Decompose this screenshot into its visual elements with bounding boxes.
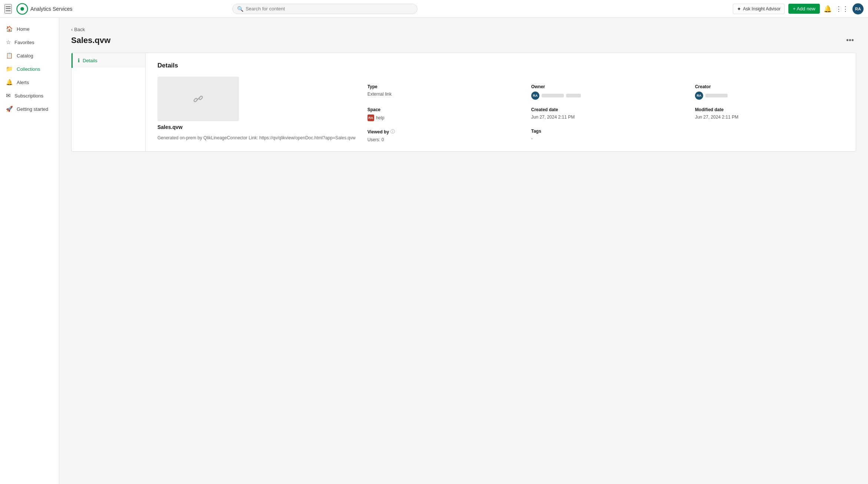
- creator-avatar: RA: [695, 92, 703, 100]
- meta-type: Type External link: [368, 84, 516, 100]
- owner-row: RA: [531, 92, 680, 100]
- modified-date-value: Jun 27, 2024 2:11 PM: [695, 115, 844, 120]
- logo-link[interactable]: Analytics Services: [16, 3, 73, 15]
- svg-rect-3: [199, 96, 203, 100]
- hamburger-menu-icon[interactable]: ☰: [4, 4, 12, 14]
- sidebar-item-getting-started[interactable]: 🚀 Getting started: [0, 102, 59, 116]
- users-value: Users: 0: [368, 137, 516, 142]
- created-date-value: Jun 27, 2024 2:11 PM: [531, 115, 680, 120]
- owner-name-placeholder: [542, 94, 564, 97]
- item-description: Generated on-prem by QlikLineageConnecto…: [157, 135, 356, 141]
- page-layout: 🏠 Home ☆ Favorites 📋 Catalog 📁 Collectio…: [0, 18, 868, 484]
- collections-icon: 📁: [6, 66, 13, 72]
- chevron-left-icon: ‹: [71, 27, 73, 32]
- viewed-by-info-icon[interactable]: ⓘ: [390, 129, 395, 135]
- search-input[interactable]: [246, 6, 413, 11]
- sidebar-item-subscriptions[interactable]: ✉ Subscriptions: [0, 89, 59, 102]
- sidebar-item-collections[interactable]: 📁 Collections: [0, 62, 59, 76]
- catalog-icon: 📋: [6, 52, 13, 59]
- space-badge: RA help: [368, 115, 385, 121]
- add-new-button[interactable]: + Add new: [788, 4, 820, 14]
- user-avatar[interactable]: RA: [852, 3, 864, 14]
- details-panel: Details Sales.qvw: [146, 53, 856, 151]
- owner-name-placeholder-2: [566, 94, 581, 97]
- grid-icon: ⋮⋮: [835, 5, 849, 13]
- page-title: Sales.qvw: [71, 36, 110, 45]
- item-card-row: Sales.qvw Generated on-prem by QlikLinea…: [157, 77, 844, 142]
- space-icon: RA: [368, 115, 374, 121]
- type-value: External link: [368, 92, 516, 97]
- item-thumbnail: [157, 77, 239, 121]
- meta-tags: Tags -: [531, 129, 680, 142]
- meta-viewed-by: Viewed by ⓘ Users: 0: [368, 129, 516, 142]
- tags-value: -: [531, 136, 680, 141]
- search-icon: 🔍: [237, 6, 243, 12]
- meta-grid: Type External link Owner RA: [368, 84, 844, 142]
- subscriptions-icon: ✉: [6, 92, 11, 99]
- bell-icon: 🔔: [824, 5, 832, 13]
- sidebar-item-catalog[interactable]: 📋 Catalog: [0, 49, 59, 62]
- apps-grid-button[interactable]: ⋮⋮: [835, 5, 849, 13]
- sidebar-item-alerts[interactable]: 🔔 Alerts: [0, 76, 59, 89]
- details-section-title: Details: [157, 62, 844, 69]
- info-circle-icon: ℹ: [78, 57, 80, 63]
- qlik-logo-icon: [16, 3, 28, 15]
- chain-link-icon: [191, 92, 206, 106]
- star-icon: ☆: [6, 39, 11, 46]
- meta-modified-date: Modified date Jun 27, 2024 2:11 PM: [695, 107, 844, 121]
- creator-name-placeholder: [705, 94, 728, 97]
- item-name: Sales.qvw: [157, 124, 356, 130]
- creator-row: RA: [695, 92, 844, 100]
- page-header: Sales.qvw •••: [71, 35, 856, 45]
- home-icon: 🏠: [6, 26, 13, 32]
- nav-right-actions: ✦ Ask Insight Advisor + Add new 🔔 ⋮⋮ RA: [733, 3, 864, 14]
- content-panel: ℹ Details Details: [71, 53, 856, 152]
- more-options-button[interactable]: •••: [844, 35, 856, 45]
- meta-space: Space RA help: [368, 107, 516, 121]
- ask-insight-button[interactable]: ✦ Ask Insight Advisor: [733, 4, 785, 14]
- alerts-icon: 🔔: [6, 79, 13, 86]
- getting-started-icon: 🚀: [6, 106, 13, 112]
- meta-creator: Creator RA: [695, 84, 844, 100]
- search-bar: 🔍: [232, 4, 418, 14]
- sidebar-item-home[interactable]: 🏠 Home: [0, 22, 59, 36]
- viewed-by-label-row: Viewed by ⓘ: [368, 129, 516, 135]
- top-navigation: ☰ Analytics Services 🔍 ✦ Ask Insight Adv…: [0, 0, 868, 18]
- back-link[interactable]: ‹ Back: [71, 27, 856, 32]
- notifications-button[interactable]: 🔔: [824, 5, 832, 13]
- meta-created-date: Created date Jun 27, 2024 2:11 PM: [531, 107, 680, 121]
- ellipsis-icon: •••: [846, 36, 854, 44]
- space-name: help: [376, 115, 385, 120]
- owner-avatar: RA: [531, 92, 539, 100]
- meta-owner: Owner RA: [531, 84, 680, 100]
- app-title: Analytics Services: [30, 6, 73, 12]
- tab-details[interactable]: ℹ Details: [71, 53, 145, 68]
- sidebar-item-favorites[interactable]: ☆ Favorites: [0, 36, 59, 49]
- sidebar: 🏠 Home ☆ Favorites 📋 Catalog 📁 Collectio…: [0, 18, 59, 484]
- insight-icon: ✦: [737, 6, 741, 12]
- svg-rect-2: [193, 98, 197, 102]
- main-content: ‹ Back Sales.qvw ••• ℹ Details Details: [59, 18, 868, 484]
- svg-point-1: [20, 7, 24, 11]
- tab-panel: ℹ Details: [71, 53, 146, 151]
